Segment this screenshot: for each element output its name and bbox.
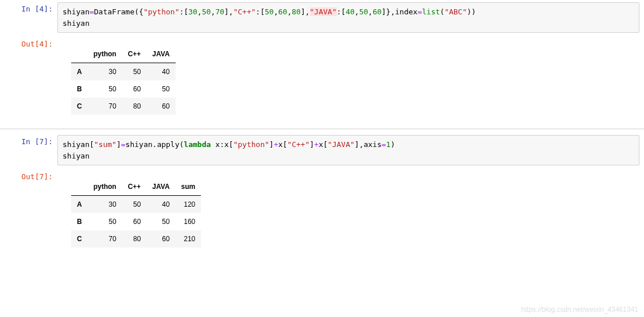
column-header: C++ <box>122 45 147 63</box>
code-token: lambda <box>184 140 211 149</box>
code-token: 50 <box>202 7 211 16</box>
cell-value: 160 <box>176 213 201 230</box>
table-row: C708060 <box>71 98 176 115</box>
code-token: , <box>355 7 359 16</box>
code-token: ],axis <box>355 140 382 149</box>
code-line: shiyan <box>63 150 634 162</box>
code-token: , <box>368 7 373 16</box>
code-token: "JAVA" <box>310 7 337 16</box>
code-token: ]},index <box>382 7 418 16</box>
code-token: x[ <box>319 140 328 149</box>
output-cell: Out[4]: pythonC++JAVAA305040B506050C7080… <box>0 35 644 125</box>
code-token: x[ <box>278 140 288 149</box>
code-token: ] <box>117 140 121 149</box>
code-token: 60 <box>278 7 288 16</box>
cell-value: 40 <box>146 63 175 81</box>
column-header: python <box>88 45 122 63</box>
column-header <box>71 178 88 196</box>
code-token: 50 <box>265 7 274 16</box>
code-line: shiyan <box>63 18 634 29</box>
code-token: 60 <box>373 7 382 16</box>
code-token: "ABC" <box>444 7 467 16</box>
code-token: , <box>197 7 202 16</box>
output-area: pythonC++JAVAsumA305040120B506050160C708… <box>57 170 644 256</box>
cell-value: 40 <box>146 196 175 214</box>
code-token: 50 <box>359 7 368 16</box>
column-header: JAVA <box>146 45 175 63</box>
code-token: "python" <box>143 7 180 16</box>
cell-value: 30 <box>88 196 122 214</box>
row-index: A <box>71 63 88 81</box>
cell-value: 50 <box>88 213 122 230</box>
code-token: ] <box>269 140 274 149</box>
code-token: )) <box>467 7 476 16</box>
cell-value: 210 <box>176 230 201 248</box>
code-token: 70 <box>215 7 224 16</box>
column-header: JAVA <box>146 178 175 196</box>
code-token: shiyan <box>63 7 90 16</box>
code-token: , <box>211 7 215 16</box>
cell-value: 70 <box>88 230 122 248</box>
column-header: C++ <box>122 178 147 196</box>
cell-value: 50 <box>122 63 147 81</box>
code-token: "JAVA" <box>328 140 355 149</box>
output-prompt: Out[4]: <box>0 37 57 123</box>
row-index: A <box>71 196 88 214</box>
code-token: ], <box>301 7 310 16</box>
code-line: shiyan=DataFrame({"python":[30,50,70],"C… <box>63 6 634 18</box>
code-token: "C++" <box>287 140 309 149</box>
code-token: "C++" <box>233 7 255 16</box>
code-token: :[ <box>337 7 346 16</box>
code-input[interactable]: shiyan["sum"]=shiyan.apply(lambda x:x["p… <box>57 135 639 165</box>
code-token: = <box>121 140 126 149</box>
code-token: 30 <box>188 7 197 16</box>
code-token: + <box>314 140 319 149</box>
cell-value: 50 <box>88 80 122 98</box>
code-line: shiyan["sum"]=shiyan.apply(lambda x:x["p… <box>63 139 634 150</box>
code-token: shiyan[ <box>63 140 94 149</box>
row-index: C <box>71 230 88 248</box>
cell-divider <box>0 129 644 129</box>
cell-value: 50 <box>122 196 147 214</box>
table-row: B506050 <box>71 80 176 98</box>
row-index: C <box>71 98 88 115</box>
cell-value: 30 <box>88 63 122 81</box>
column-header <box>71 45 88 63</box>
cell-value: 50 <box>146 80 175 98</box>
input-prompt: In [4]: <box>0 2 57 33</box>
cell-value: 60 <box>146 98 175 115</box>
cell-value: 60 <box>122 80 147 98</box>
output-prompt: Out[7]: <box>0 170 57 256</box>
cell-value: 60 <box>122 213 147 230</box>
cell-value: 70 <box>88 98 122 115</box>
code-token: list <box>422 7 440 16</box>
output-area: pythonC++JAVAA305040B506050C708060 <box>57 37 644 123</box>
row-index: B <box>71 213 88 230</box>
code-token: DataFrame({ <box>94 7 143 16</box>
input-prompt: In [7]: <box>0 135 57 165</box>
code-token: :[ <box>180 7 189 16</box>
code-token: ) <box>390 140 395 149</box>
code-token: "python" <box>233 140 269 149</box>
table-row: A305040 <box>71 63 176 81</box>
cell-value: 80 <box>122 230 147 248</box>
code-token: 80 <box>292 7 301 16</box>
code-token: , <box>274 7 278 16</box>
code-token: = <box>382 140 386 149</box>
code-token: ], <box>224 7 234 16</box>
code-cell: In [7]: shiyan["sum"]=shiyan.apply(lambd… <box>0 133 644 168</box>
code-token: 40 <box>346 7 355 16</box>
column-header: python <box>88 178 122 196</box>
code-token: shiyan.apply( <box>126 140 184 149</box>
code-input[interactable]: shiyan=DataFrame({"python":[30,50,70],"C… <box>57 2 639 33</box>
column-header: sum <box>176 178 201 196</box>
table-row: C708060210 <box>71 230 201 248</box>
cell-value: 120 <box>176 196 201 214</box>
cell-value: 60 <box>146 230 175 248</box>
output-cell: Out[7]: pythonC++JAVAsumA305040120B50605… <box>0 168 644 258</box>
code-token: x:x[ <box>211 140 233 149</box>
cell-value: 50 <box>146 213 175 230</box>
table-row: A305040120 <box>71 196 201 214</box>
watermark: https://blog.csdn.net/weixin_43461341 <box>521 306 638 314</box>
code-token: :[ <box>256 7 265 16</box>
